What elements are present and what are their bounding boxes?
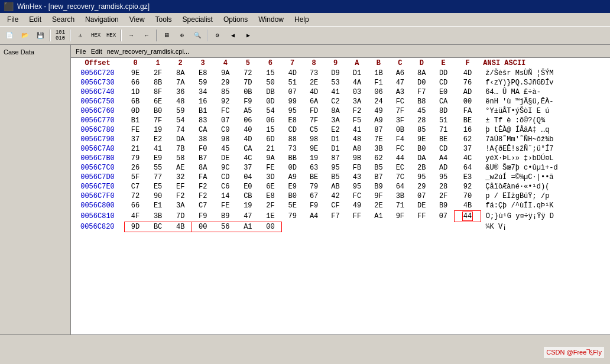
hex-cell[interactable]: 2F	[147, 69, 169, 78]
hex-cell[interactable]: B7	[368, 173, 389, 182]
hex-cell[interactable]: 8A	[169, 69, 192, 78]
hex-cell[interactable]: 8D	[433, 106, 455, 116]
hex-cell[interactable]: F9	[303, 201, 325, 211]
hex-cell[interactable]: 8B	[147, 78, 169, 87]
hex-cell[interactable]: CF	[325, 201, 346, 211]
hex-cell[interactable]: 32	[169, 173, 192, 182]
hex-cell[interactable]: F7	[411, 87, 432, 97]
hex-cell[interactable]: 62	[368, 154, 389, 163]
hex-cell[interactable]: 3B	[147, 211, 169, 222]
hex-cell[interactable]: 16	[192, 97, 214, 106]
hex-cell[interactable]: 0D	[259, 97, 281, 106]
hex-cell[interactable]: 59	[169, 106, 192, 116]
hex-cell[interactable]: 44	[390, 154, 411, 163]
hex-cell[interactable]: 6A	[303, 97, 325, 106]
hex-cell[interactable]: 85	[411, 125, 432, 135]
hex-cell[interactable]: 79	[124, 154, 147, 163]
hex-cell[interactable]: 43	[346, 173, 368, 182]
hex-cell[interactable]: 71	[433, 125, 455, 135]
hex-cell[interactable]: 00	[192, 222, 214, 232]
hex-cell[interactable]: B5	[325, 173, 346, 182]
hex-cell[interactable]: CB	[236, 191, 259, 201]
hex-cell[interactable]: 40	[236, 125, 259, 135]
hex-cell[interactable]: 87	[368, 125, 389, 135]
hex-cell[interactable]: 2B	[411, 163, 432, 173]
hex-cell[interactable]: 92	[214, 97, 236, 106]
hex-cell[interactable]: B0	[147, 106, 169, 116]
hex-cell[interactable]: 95	[433, 173, 455, 182]
hex-cell[interactable]: 3B	[390, 191, 411, 201]
hex-cell[interactable]: C7	[192, 201, 214, 211]
hex-cell[interactable]: 9E	[124, 69, 147, 78]
hex-cell[interactable]: 8A	[411, 69, 432, 78]
menu-edit[interactable]: Edit	[24, 14, 46, 25]
btn5[interactable]: HEX	[104, 28, 118, 43]
hex-cell[interactable]: CD	[433, 78, 455, 87]
hex-cell[interactable]: 7D	[236, 78, 259, 87]
hex-cell[interactable]: DB	[259, 87, 281, 97]
hex-cell[interactable]: 1D	[124, 87, 147, 97]
hex-cell[interactable]: 7F	[390, 106, 411, 116]
hex-cell[interactable]: 14	[214, 191, 236, 201]
hex-cell[interactable]: 42	[325, 191, 346, 201]
hex-cell[interactable]: 71	[390, 201, 411, 211]
hex-cell[interactable]: EF	[169, 182, 192, 191]
hex-cell[interactable]: 7D	[169, 211, 192, 222]
hex-cell[interactable]: 4D	[281, 69, 303, 78]
hex-cell[interactable]: 7A	[169, 78, 192, 87]
hex-cell[interactable]: 6E	[147, 97, 169, 106]
hex-cell[interactable]: 36	[169, 87, 192, 97]
hex-cell[interactable]: E1	[147, 201, 169, 211]
hex-cell[interactable]: BC	[147, 222, 169, 232]
hex-cell[interactable]: 53	[325, 78, 346, 87]
hex-cell[interactable]: 4B	[169, 222, 192, 232]
hex-cell[interactable]: 56	[214, 222, 236, 232]
hex-cell[interactable]: DD	[433, 69, 455, 78]
hex-cell[interactable]: 99	[281, 97, 303, 106]
hex-cell[interactable]: A9	[281, 173, 303, 182]
hex-cell[interactable]: 06	[259, 116, 281, 125]
hex-cell[interactable]: 64	[390, 182, 411, 191]
hex-cell[interactable]: 16	[455, 125, 481, 135]
hex-cell[interactable]: E2	[147, 135, 169, 144]
hex-cell[interactable]: F2	[346, 106, 368, 116]
hex-cell[interactable]: C0	[214, 125, 236, 135]
hex-cell[interactable]: 9A	[259, 154, 281, 163]
hex-cell[interactable]: 37	[124, 135, 147, 144]
hex-cell[interactable]: FC	[214, 106, 236, 116]
hex-cell[interactable]: 5E	[281, 201, 303, 211]
hex-cell[interactable]: 3A	[325, 116, 346, 125]
hex-cell[interactable]: 48	[169, 97, 192, 106]
hex-cell[interactable]: EC	[390, 163, 411, 173]
hex-cell[interactable]: D1	[325, 135, 346, 144]
hex-view[interactable]: Offset 0 1 2 3 4 5 6 7 8 9 A B C	[71, 58, 610, 334]
hex-cell[interactable]: 21	[259, 144, 281, 154]
hex-cell[interactable]	[303, 222, 325, 232]
hex-cell[interactable]: CD	[281, 125, 303, 135]
hex-cell[interactable]: 26	[124, 163, 147, 173]
hex-cell[interactable]: E9	[281, 182, 303, 191]
hex-cell[interactable]: 6D	[259, 135, 281, 144]
hex-cell[interactable]: A1	[236, 222, 259, 232]
hex-cell[interactable]: E2	[325, 125, 346, 135]
hex-cell[interactable]: 19	[303, 154, 325, 163]
hex-cell[interactable]: 0D	[281, 163, 303, 173]
menu-specialist[interactable]: Specialist	[178, 14, 218, 25]
hex-cell[interactable]: F2	[169, 191, 192, 201]
hex-cell[interactable]: CA	[433, 97, 455, 106]
hex-cell[interactable]: 8A	[325, 106, 346, 116]
hex-cell[interactable]: 4D	[236, 135, 259, 144]
hex-cell[interactable]: FD	[303, 106, 325, 116]
hex-cell[interactable]: 66	[124, 201, 147, 211]
hex-cell[interactable]	[368, 222, 389, 232]
hex-cell[interactable]: 95	[411, 173, 432, 182]
hex-cell[interactable]: E5	[147, 182, 169, 191]
hex-cell[interactable]: A4	[303, 211, 325, 222]
hex-cell[interactable]: 07	[433, 211, 455, 222]
hex-cell[interactable]: 9F	[390, 211, 411, 222]
hex-cell[interactable]: A9	[368, 116, 389, 125]
hex-cell[interactable]: 88	[281, 135, 303, 144]
hex-cell[interactable]: 3B	[368, 144, 389, 154]
hex-cell[interactable]: 0B	[390, 125, 411, 135]
hex-cell[interactable]: 4B	[455, 201, 481, 211]
